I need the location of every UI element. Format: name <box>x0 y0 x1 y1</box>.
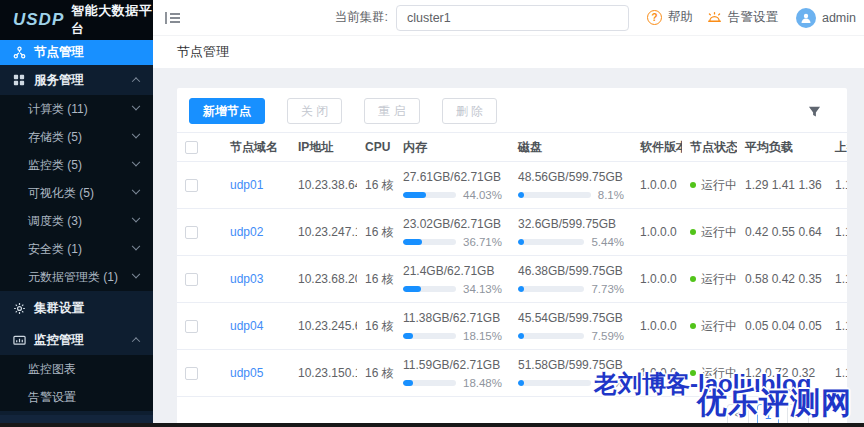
sidebar-menu: 节点管理服务管理计算类 (11)存储类 (5)监控类 (5)可视化类 (5)调度… <box>0 40 153 415</box>
sidebar-subitem[interactable]: 监控类 (5) <box>0 151 153 179</box>
node-load: 0.42 0.55 0.64 <box>737 209 827 256</box>
sidebar: USDP 智能大数据平台 节点管理服务管理计算类 (11)存储类 (5)监控类 … <box>0 0 153 427</box>
pagination: < 1 > <box>177 397 847 426</box>
sidebar-item-cluster-settings[interactable]: 集群设置 <box>0 291 153 325</box>
column-header: 平均负载 <box>737 133 827 162</box>
column-header: 磁盘 <box>510 133 632 162</box>
avatar[interactable] <box>796 8 816 28</box>
progress-bar <box>403 192 456 198</box>
main-area: 当前集群: cluster1 ? 帮助 告警设置 admin 节点管理 <box>153 0 864 427</box>
filter-icon[interactable] <box>808 105 821 118</box>
add-node-button[interactable]: 新增节点 <box>189 98 265 124</box>
table-row: udp0510.23.150.12116 核11.59GB/62.71GB18.… <box>177 350 847 397</box>
node-version: 1.0.0.0 <box>632 350 682 397</box>
close-node-button[interactable]: 关 闭 <box>287 98 342 124</box>
sidebar-subitem[interactable]: 可视化类 (5) <box>0 179 153 207</box>
chevron-down-icon <box>132 130 140 138</box>
progress-bar <box>403 380 456 386</box>
node-ip: 10.23.68.207 <box>290 256 357 303</box>
row-checkbox[interactable] <box>185 273 198 286</box>
node-name-link[interactable]: udp02 <box>230 225 263 239</box>
node-up: 1.1 <box>827 162 847 209</box>
sidebar-subitem[interactable]: 监控图表 <box>0 355 153 383</box>
sidebar-item-node-management[interactable]: 节点管理 <box>0 40 153 65</box>
row-checkbox[interactable] <box>185 179 198 192</box>
topbar-actions: ? 帮助 告警设置 admin <box>647 8 856 28</box>
node-up: 1.1 <box>827 303 847 350</box>
usage-text: 46.38GB/599.75GB <box>518 264 624 279</box>
top-bar: 当前集群: cluster1 ? 帮助 告警设置 admin <box>153 0 864 36</box>
usage-text: 27.61GB/62.71GB <box>403 170 502 185</box>
collapse-sidebar-icon[interactable] <box>165 11 181 25</box>
sidebar-subitem[interactable]: 计算类 (11) <box>0 95 153 123</box>
brand-logo: USDP <box>13 10 64 30</box>
node-memory: 23.02GB/62.71GB36.71% <box>395 209 510 256</box>
chevron-down-icon <box>132 158 140 166</box>
monitor-icon <box>13 334 26 347</box>
node-version: 1.0.0.0 <box>632 209 682 256</box>
usage-percent: 7.73% <box>591 283 624 295</box>
sidebar-item-service-management[interactable]: 服务管理 <box>0 65 153 95</box>
select-all-checkbox[interactable] <box>185 141 198 154</box>
platform-title: 智能大数据平台 <box>71 2 153 38</box>
status-dot <box>690 323 696 329</box>
node-disk: 46.38GB/599.75GB7.73% <box>510 256 632 303</box>
row-checkbox[interactable] <box>185 367 198 380</box>
node-up: 1.1 <box>827 209 847 256</box>
restart-node-button[interactable]: 重 启 <box>364 98 419 124</box>
sidebar-item-label: 监控管理 <box>34 332 84 349</box>
progress-bar <box>403 333 456 339</box>
table-row: udp0210.23.247.14116 核23.02GB/62.71GB36.… <box>177 209 847 256</box>
help-icon[interactable]: ? <box>647 10 662 25</box>
node-name-link[interactable]: udp04 <box>230 319 263 333</box>
column-header: 节点域名 <box>222 133 290 162</box>
alert-settings-link[interactable]: 告警设置 <box>728 9 778 26</box>
sidebar-subitem-label: 监控类 (5) <box>28 157 82 174</box>
sidebar-subitem-label: 告警设置 <box>28 389 76 406</box>
sidebar-item-monitor-management[interactable]: 监控管理 <box>0 325 153 355</box>
node-status: 运行中 <box>682 209 737 256</box>
delete-node-button[interactable]: 删 除 <box>442 98 497 124</box>
logo: USDP 智能大数据平台 <box>0 0 153 40</box>
node-status: 运行中 <box>682 350 737 397</box>
column-header: 内存 <box>395 133 510 162</box>
node-cpu: 16 核 <box>357 256 395 303</box>
progress-bar <box>518 380 591 386</box>
node-name-link[interactable]: udp03 <box>230 272 263 286</box>
node-cpu: 16 核 <box>357 209 395 256</box>
username[interactable]: admin <box>822 11 856 25</box>
sidebar-subitem[interactable]: 存储类 (5) <box>0 123 153 151</box>
row-checkbox[interactable] <box>185 320 198 333</box>
sidebar-subitem-label: 可视化类 (5) <box>28 185 94 202</box>
node-disk: 48.56GB/599.75GB8.1% <box>510 162 632 209</box>
progress-bar <box>403 239 456 245</box>
sidebar-subitem[interactable]: 元数据管理类 (1) <box>0 263 153 291</box>
node-status: 运行中 <box>682 303 737 350</box>
bottom-strip <box>0 423 864 427</box>
sidebar-subitem[interactable]: 安全类 (1) <box>0 235 153 263</box>
node-status: 运行中 <box>682 162 737 209</box>
usage-percent: 7.59% <box>591 330 624 342</box>
usage-text: 51.58GB/599.75GB <box>518 358 624 373</box>
node-name-link[interactable]: udp05 <box>230 366 263 380</box>
status-dot <box>690 276 696 282</box>
node-name-link[interactable]: udp01 <box>230 178 263 192</box>
node-up: 1.1 <box>827 256 847 303</box>
node-ip: 10.23.245.60 <box>290 303 357 350</box>
sidebar-subitem[interactable]: 调度类 (3) <box>0 207 153 235</box>
sidebar-subitem[interactable]: 告警设置 <box>0 383 153 411</box>
cluster-select[interactable]: cluster1 <box>396 5 629 31</box>
progress-bar <box>518 239 584 245</box>
help-link[interactable]: 帮助 <box>668 9 693 26</box>
usage-percent: 34.13% <box>463 283 502 295</box>
alarm-icon[interactable] <box>707 10 722 25</box>
sidebar-subitem-label: 监控图表 <box>28 361 76 378</box>
usage-text: 32.6GB/599.75GB <box>518 217 624 232</box>
usage-text: 45.54GB/599.75GB <box>518 311 624 326</box>
chevron-down-icon <box>132 242 140 250</box>
sidebar-item-label: 节点管理 <box>34 44 84 61</box>
row-checkbox[interactable] <box>185 226 198 239</box>
node-up: 1.1 <box>827 350 847 397</box>
usage-percent: 36.71% <box>463 236 502 248</box>
node-memory: 11.38GB/62.71GB18.15% <box>395 303 510 350</box>
